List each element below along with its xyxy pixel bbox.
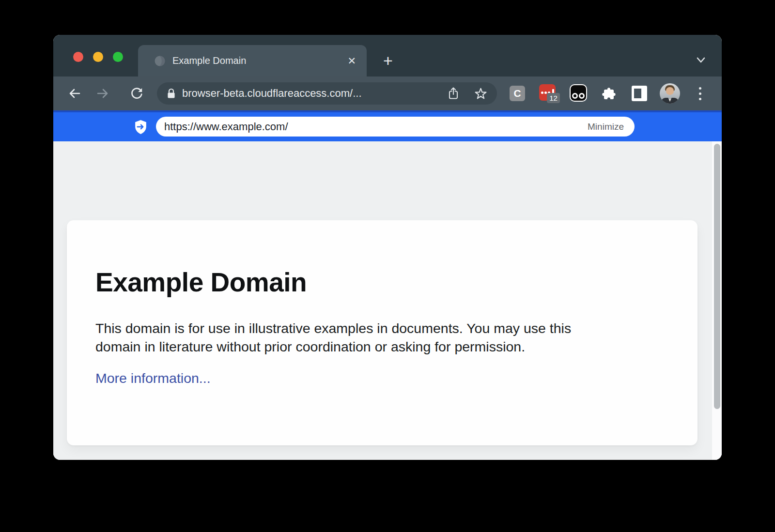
- tab-title: Example Domain: [172, 55, 347, 66]
- minimize-window-button[interactable]: [93, 52, 103, 62]
- shield-arrow-icon: [134, 120, 147, 135]
- body-text-line: domain in literature without prior coord…: [95, 337, 668, 356]
- remote-url-field[interactable]: https://www.example.com/ Minimize: [156, 117, 635, 137]
- reload-icon[interactable]: [129, 86, 144, 101]
- cloudflare-access-banner: https://www.example.com/ Minimize: [53, 110, 722, 141]
- tab-strip: Example Domain ✕ +: [53, 35, 722, 76]
- macos-traffic-lights: [73, 52, 123, 62]
- page-title: Example Domain: [95, 267, 668, 298]
- back-icon[interactable]: [67, 86, 82, 101]
- scrollbar-track[interactable]: [712, 141, 722, 460]
- share-icon[interactable]: [447, 87, 460, 100]
- zoom-window-button[interactable]: [113, 52, 123, 62]
- address-url-text: browser-beta.cloudflareaccess.com/...: [182, 87, 447, 100]
- scrollbar-thumb[interactable]: [714, 144, 720, 409]
- tab-close-icon[interactable]: ✕: [347, 56, 356, 66]
- address-bar[interactable]: browser-beta.cloudflareaccess.com/...: [157, 82, 497, 105]
- side-panel-icon[interactable]: [632, 86, 647, 101]
- lock-icon[interactable]: [167, 88, 176, 99]
- body-text-line: This domain is for use in illustrative e…: [95, 319, 668, 337]
- example-domain-card: Example Domain This domain is for use in…: [67, 220, 698, 445]
- remote-url-text: https://www.example.com/: [164, 121, 588, 133]
- more-information-link[interactable]: More information...: [95, 370, 211, 386]
- browser-window: Example Domain ✕ +: [53, 35, 722, 460]
- screenshot-stage: Example Domain ✕ +: [0, 0, 775, 532]
- address-bar-actions: [447, 87, 487, 100]
- forward-icon[interactable]: [95, 86, 110, 101]
- extension-oo-icon[interactable]: [570, 84, 587, 102]
- avatar-face: [666, 87, 674, 95]
- extension-badge-count: 12: [547, 93, 560, 103]
- page-viewport: Example Domain This domain is for use in…: [53, 141, 722, 460]
- browser-toolbar: browser-beta.cloudflareaccess.com/...: [53, 76, 722, 110]
- bookmark-star-icon[interactable]: [474, 87, 487, 100]
- browser-tab[interactable]: Example Domain ✕: [138, 45, 367, 76]
- new-tab-button[interactable]: +: [377, 49, 399, 72]
- tab-search-chevron-icon[interactable]: [692, 52, 710, 68]
- extension-c-icon[interactable]: C: [510, 86, 525, 101]
- profile-avatar[interactable]: [660, 83, 680, 104]
- close-window-button[interactable]: [73, 52, 83, 62]
- tab-favicon-globe-icon: [154, 55, 166, 67]
- minimize-banner-button[interactable]: Minimize: [588, 122, 624, 132]
- browser-menu-kebab-icon[interactable]: [696, 86, 704, 101]
- extensions-puzzle-icon[interactable]: [601, 86, 617, 101]
